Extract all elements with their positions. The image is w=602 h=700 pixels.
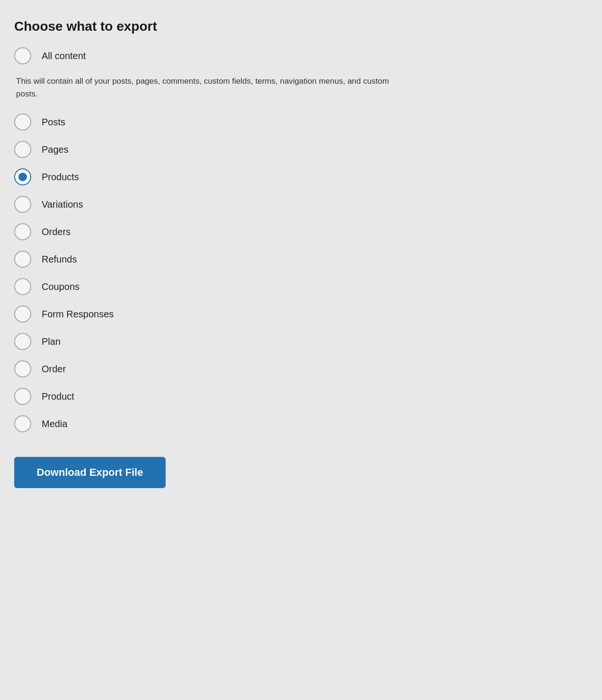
radio-option-plan[interactable]: Plan — [14, 333, 588, 350]
radio-circle-orders — [14, 223, 31, 240]
all-content-description: This will contain all of your posts, pag… — [16, 75, 404, 100]
radio-label-refunds: Refunds — [42, 254, 77, 265]
radio-option-product[interactable]: Product — [14, 388, 588, 405]
radio-label-media: Media — [42, 419, 67, 429]
radio-option-variations[interactable]: Variations — [14, 196, 588, 213]
radio-circle-posts — [14, 114, 31, 131]
download-export-button[interactable]: Download Export File — [14, 457, 166, 488]
radio-label-order: Order — [42, 364, 66, 375]
radio-option-products[interactable]: Products — [14, 168, 588, 185]
radio-circle-refunds — [14, 251, 31, 268]
radio-circle-plan — [14, 333, 31, 350]
radio-circle-media — [14, 415, 31, 432]
radio-circle-pages — [14, 141, 31, 158]
radio-option-order[interactable]: Order — [14, 360, 588, 377]
radio-label-posts: Posts — [42, 117, 65, 128]
radio-circle-form-responses — [14, 306, 31, 323]
radio-label-all-content: All content — [42, 51, 86, 61]
radio-label-plan: Plan — [42, 336, 61, 347]
radio-option-pages[interactable]: Pages — [14, 141, 588, 158]
radio-option-all-content[interactable]: All content — [14, 47, 588, 64]
radio-option-refunds[interactable]: Refunds — [14, 251, 588, 268]
radio-option-posts[interactable]: Posts — [14, 114, 588, 131]
radio-label-product: Product — [42, 391, 74, 402]
radio-label-coupons: Coupons — [42, 281, 80, 292]
radio-circle-variations — [14, 196, 31, 213]
radio-label-orders: Orders — [42, 227, 71, 237]
radio-circle-coupons — [14, 278, 31, 295]
page-title: Choose what to export — [14, 19, 588, 34]
radio-label-variations: Variations — [42, 199, 83, 210]
radio-option-media[interactable]: Media — [14, 415, 588, 432]
radio-label-pages: Pages — [42, 144, 69, 155]
radio-option-orders[interactable]: Orders — [14, 223, 588, 240]
radio-circle-all-content — [14, 47, 31, 64]
radio-option-coupons[interactable]: Coupons — [14, 278, 588, 295]
radio-circle-product — [14, 388, 31, 405]
radio-circle-order — [14, 360, 31, 377]
radio-circle-products — [14, 168, 31, 185]
radio-option-form-responses[interactable]: Form Responses — [14, 306, 588, 323]
radio-label-products: Products — [42, 172, 79, 183]
radio-label-form-responses: Form Responses — [42, 309, 114, 320]
